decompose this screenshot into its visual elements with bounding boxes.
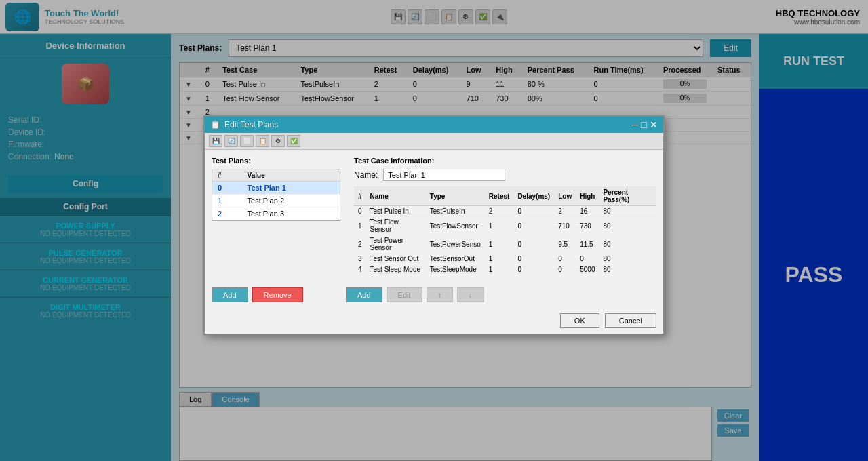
modal-case-row: 3Test Sensor OutTestSensorOut100080 (354, 254, 656, 264)
modal-edit-case-btn: Edit (387, 287, 422, 302)
modal-case-row: 0Test Pulse InTestPulseIn2021680 (354, 206, 656, 217)
modal-footer-right: Add Edit ↑ ↓ (346, 287, 656, 302)
plans-col-value: Value (242, 169, 340, 182)
case-col-low: Low (554, 186, 576, 206)
modal-tb-6[interactable]: ✅ (287, 135, 300, 147)
modal-maximize[interactable]: □ (642, 119, 647, 130)
case-col-name: Name (366, 186, 426, 206)
modal-case-row: 4Test Sleep ModeTestSleepMode100500080 (354, 264, 656, 275)
modal-case-row: 2Test Power SensorTestPowerSenso109.511.… (354, 235, 656, 254)
modal-footer: Add Remove Add Edit ↑ ↓ (205, 282, 663, 308)
modal-title-left: 📋 Edit Test Plans (210, 120, 278, 129)
modal-ok-row: OK Cancel (205, 308, 663, 334)
modal-title: Edit Test Plans (224, 120, 278, 129)
modal-plans-list-container: # Value 0 Test Plan 1 1 Test Plan (212, 169, 340, 221)
case-col-retest: Retest (485, 186, 514, 206)
modal-overlay: 📋 Edit Test Plans ─ □ ✕ 💾 🔄 ⬜ 📋 ⚙ ✅ Test… (0, 0, 868, 461)
case-col-high: High (576, 186, 599, 206)
modal-case-info-label: Test Case Information: (354, 157, 656, 165)
modal-tb-2[interactable]: 🔄 (224, 135, 238, 147)
plans-col-num: # (212, 169, 242, 182)
case-col-percent: Percent Pass(%) (599, 186, 656, 206)
modal-titlebar: 📋 Edit Test Plans ─ □ ✕ (205, 117, 663, 133)
name-input[interactable] (383, 169, 505, 181)
plan-0-name: Test Plan 1 (242, 182, 340, 195)
edit-test-plans-modal: 📋 Edit Test Plans ─ □ ✕ 💾 🔄 ⬜ 📋 ⚙ ✅ Test… (203, 115, 665, 335)
modal-icon: 📋 (210, 120, 220, 129)
modal-ok-btn[interactable]: OK (560, 313, 599, 328)
modal-minimize[interactable]: ─ (632, 119, 639, 130)
modal-left-panel: Test Plans: # Value 0 Test Plan (212, 157, 347, 275)
name-label: Name: (354, 170, 378, 180)
modal-body: Test Plans: # Value 0 Test Plan (205, 150, 663, 282)
plan-1-name: Test Plan 2 (242, 195, 340, 207)
modal-plans-label: Test Plans: (212, 157, 347, 165)
modal-tb-4[interactable]: 📋 (256, 135, 269, 147)
plan-2-num: 2 (212, 207, 242, 220)
modal-case-row: 1Test Flow SensorTestFlowSensor107107308… (354, 217, 656, 235)
name-input-row: Name: (354, 169, 656, 181)
case-col-type: Type (426, 186, 485, 206)
case-col-num: # (354, 186, 366, 206)
plan-row-0[interactable]: 0 Test Plan 1 (212, 182, 340, 195)
modal-right-panel: Test Case Information: Name: # Name Type… (354, 157, 656, 275)
modal-add-case-btn[interactable]: Add (346, 287, 382, 302)
modal-toolbar: 💾 🔄 ⬜ 📋 ⚙ ✅ (205, 133, 663, 150)
plan-0-num: 0 (212, 182, 242, 195)
modal-add-plan-btn[interactable]: Add (212, 287, 248, 302)
modal-remove-plan-btn[interactable]: Remove (252, 287, 303, 302)
modal-tb-5[interactable]: ⚙ (271, 135, 285, 147)
plan-row-1[interactable]: 1 Test Plan 2 (212, 195, 340, 207)
modal-cancel-btn[interactable]: Cancel (605, 313, 656, 328)
modal-close[interactable]: ✕ (650, 119, 658, 130)
modal-move-up-btn: ↑ (427, 287, 454, 302)
modal-cases-table: # Name Type Retest Delay(ms) Low High Pe… (354, 186, 656, 275)
plan-2-name: Test Plan 3 (242, 207, 340, 220)
modal-footer-left: Add Remove (212, 287, 340, 302)
modal-tb-3[interactable]: ⬜ (240, 135, 254, 147)
plan-row-2[interactable]: 2 Test Plan 3 (212, 207, 340, 220)
modal-tb-1[interactable]: 💾 (209, 135, 222, 147)
case-col-delay: Delay(ms) (513, 186, 554, 206)
modal-title-buttons: ─ □ ✕ (632, 119, 658, 130)
plan-1-num: 1 (212, 195, 242, 207)
modal-plans-table: # Value 0 Test Plan 1 1 Test Plan (212, 169, 340, 220)
modal-move-down-btn: ↓ (457, 287, 484, 302)
